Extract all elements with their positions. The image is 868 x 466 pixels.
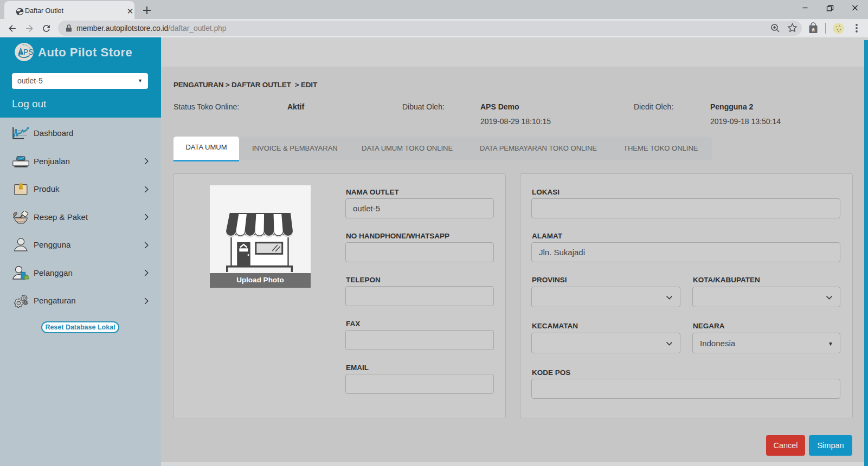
svg-text:a: a [812, 27, 815, 33]
svg-text:PS: PS [23, 48, 34, 56]
